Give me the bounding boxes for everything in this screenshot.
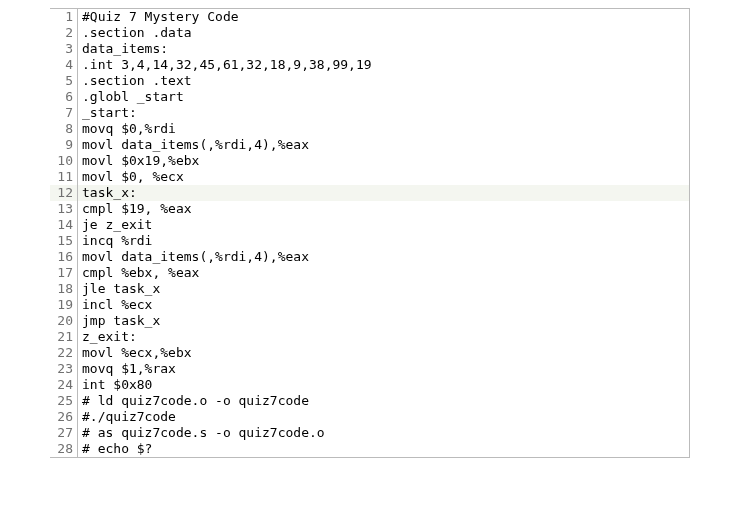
code-text[interactable]: cmpl %ebx, %eax: [78, 265, 199, 281]
line-number: 24: [50, 377, 78, 393]
line-number: 27: [50, 425, 78, 441]
code-text[interactable]: je z_exit: [78, 217, 152, 233]
line-number: 20: [50, 313, 78, 329]
line-number: 5: [50, 73, 78, 89]
line-number: 16: [50, 249, 78, 265]
code-line[interactable]: 1#Quiz 7 Mystery Code: [50, 9, 689, 25]
code-line[interactable]: 9movl data_items(,%rdi,4),%eax: [50, 137, 689, 153]
code-text[interactable]: #./quiz7code: [78, 409, 176, 425]
code-text[interactable]: movl data_items(,%rdi,4),%eax: [78, 137, 309, 153]
code-line[interactable]: 14je z_exit: [50, 217, 689, 233]
line-number: 28: [50, 441, 78, 457]
line-number: 14: [50, 217, 78, 233]
code-line[interactable]: 24int $0x80: [50, 377, 689, 393]
code-line[interactable]: 10movl $0x19,%ebx: [50, 153, 689, 169]
code-text[interactable]: jmp task_x: [78, 313, 160, 329]
code-line[interactable]: 13cmpl $19, %eax: [50, 201, 689, 217]
code-line[interactable]: 8movq $0,%rdi: [50, 121, 689, 137]
code-text[interactable]: # echo $?: [78, 441, 152, 457]
code-line[interactable]: 12task_x:: [50, 185, 689, 201]
code-line[interactable]: 20jmp task_x: [50, 313, 689, 329]
code-line[interactable]: 26#./quiz7code: [50, 409, 689, 425]
line-number: 4: [50, 57, 78, 73]
code-line[interactable]: 21z_exit:: [50, 329, 689, 345]
line-number: 18: [50, 281, 78, 297]
line-number: 23: [50, 361, 78, 377]
line-number: 15: [50, 233, 78, 249]
code-text[interactable]: movl %ecx,%ebx: [78, 345, 192, 361]
code-line[interactable]: 25# ld quiz7code.o -o quiz7code: [50, 393, 689, 409]
line-number: 26: [50, 409, 78, 425]
line-number: 11: [50, 169, 78, 185]
line-number: 7: [50, 105, 78, 121]
code-line[interactable]: 19incl %ecx: [50, 297, 689, 313]
code-line[interactable]: 4.int 3,4,14,32,45,61,32,18,9,38,99,19: [50, 57, 689, 73]
line-number: 3: [50, 41, 78, 57]
code-text[interactable]: data_items:: [78, 41, 168, 57]
code-line[interactable]: 27# as quiz7code.s -o quiz7code.o: [50, 425, 689, 441]
line-number: 22: [50, 345, 78, 361]
line-number: 17: [50, 265, 78, 281]
line-number: 10: [50, 153, 78, 169]
code-line[interactable]: 3data_items:: [50, 41, 689, 57]
code-line[interactable]: 16movl data_items(,%rdi,4),%eax: [50, 249, 689, 265]
line-number: 8: [50, 121, 78, 137]
code-text[interactable]: .section .data: [78, 25, 192, 41]
line-number: 13: [50, 201, 78, 217]
code-text[interactable]: incl %ecx: [78, 297, 152, 313]
code-line[interactable]: 2.section .data: [50, 25, 689, 41]
line-number: 1: [50, 9, 78, 25]
line-number: 19: [50, 297, 78, 313]
code-line[interactable]: 23movq $1,%rax: [50, 361, 689, 377]
line-number: 25: [50, 393, 78, 409]
code-text[interactable]: int $0x80: [78, 377, 152, 393]
code-text[interactable]: movl $0x19,%ebx: [78, 153, 199, 169]
code-text[interactable]: _start:: [78, 105, 137, 121]
line-number: 9: [50, 137, 78, 153]
code-line[interactable]: 18jle task_x: [50, 281, 689, 297]
code-text[interactable]: z_exit:: [78, 329, 137, 345]
code-text[interactable]: #Quiz 7 Mystery Code: [78, 9, 239, 25]
line-number: 2: [50, 25, 78, 41]
line-number: 21: [50, 329, 78, 345]
code-text[interactable]: jle task_x: [78, 281, 160, 297]
code-editor[interactable]: 1#Quiz 7 Mystery Code2.section .data3dat…: [50, 8, 690, 458]
code-line[interactable]: 5.section .text: [50, 73, 689, 89]
code-line[interactable]: 22movl %ecx,%ebx: [50, 345, 689, 361]
code-text[interactable]: .globl _start: [78, 89, 184, 105]
code-text[interactable]: # as quiz7code.s -o quiz7code.o: [78, 425, 325, 441]
code-text[interactable]: movq $0,%rdi: [78, 121, 176, 137]
code-line[interactable]: 6.globl _start: [50, 89, 689, 105]
code-line[interactable]: 28# echo $?: [50, 441, 689, 457]
code-text[interactable]: .int 3,4,14,32,45,61,32,18,9,38,99,19: [78, 57, 372, 73]
code-text[interactable]: movq $1,%rax: [78, 361, 176, 377]
code-text[interactable]: .section .text: [78, 73, 192, 89]
code-line[interactable]: 17cmpl %ebx, %eax: [50, 265, 689, 281]
code-text[interactable]: # ld quiz7code.o -o quiz7code: [78, 393, 309, 409]
code-line[interactable]: 7_start:: [50, 105, 689, 121]
line-number: 12: [50, 185, 78, 201]
code-text[interactable]: movl data_items(,%rdi,4),%eax: [78, 249, 309, 265]
code-text[interactable]: movl $0, %ecx: [78, 169, 184, 185]
code-text[interactable]: incq %rdi: [78, 233, 152, 249]
code-line[interactable]: 15incq %rdi: [50, 233, 689, 249]
code-text[interactable]: task_x:: [78, 185, 137, 201]
code-text[interactable]: cmpl $19, %eax: [78, 201, 192, 217]
code-line[interactable]: 11movl $0, %ecx: [50, 169, 689, 185]
line-number: 6: [50, 89, 78, 105]
